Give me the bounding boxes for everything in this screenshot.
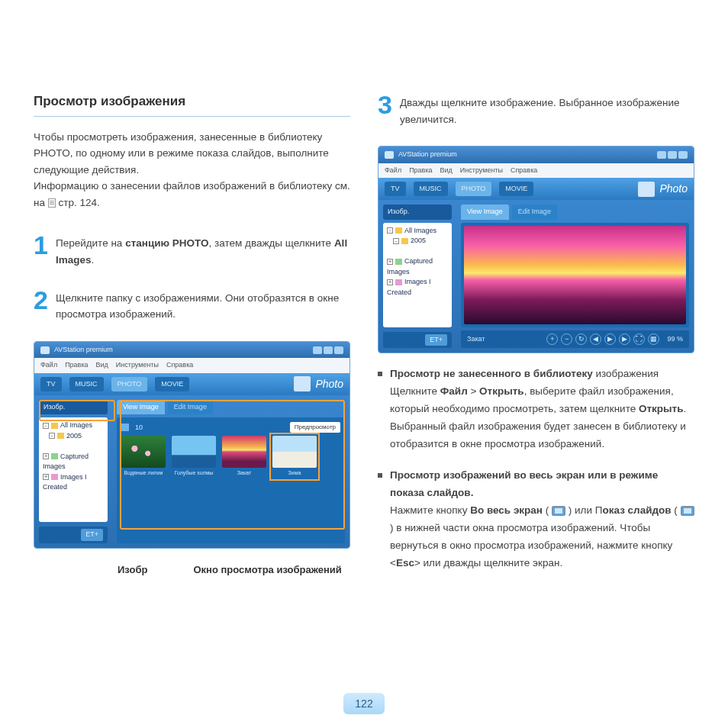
thumb-winter[interactable]: Зима <box>272 436 317 478</box>
preview-button[interactable]: Предпросмотр <box>290 422 340 433</box>
tab-music[interactable]: MUSIC <box>414 182 448 197</box>
tree-year[interactable]: -2005 <box>387 236 448 246</box>
sidebar: Изобр. -All Images -2005 +Captured Image… <box>34 395 112 548</box>
brand-label: Photo <box>638 181 688 197</box>
zoom-out-icon[interactable]: − <box>561 333 572 345</box>
viewer-pane: 10 Предпросмотр Водяные лилии Голубые хо… <box>117 417 345 543</box>
tree-item[interactable] <box>387 246 448 257</box>
photo-icon <box>294 376 311 391</box>
thumb-lily[interactable]: Водяные лилии <box>121 436 166 478</box>
sidebar-header: Изобр. <box>39 400 108 415</box>
page-ref-icon <box>48 198 56 208</box>
tab-bar: TV MUSIC PHOTO MOVIE Photo <box>34 373 350 395</box>
tab-tv[interactable]: TV <box>40 377 62 392</box>
photo-icon <box>638 182 655 197</box>
sidebar: Изобр. -All Images -2005 +Captured Image… <box>378 200 456 353</box>
tab-movie[interactable]: MOVIE <box>155 377 189 392</box>
menu-view[interactable]: Вид <box>440 166 453 176</box>
thumb-sunset[interactable]: Закат <box>222 436 266 478</box>
next-icon[interactable]: ▶ <box>619 333 630 345</box>
page-number: 122 <box>343 693 385 714</box>
section-heading: Просмотр изображения <box>34 92 350 117</box>
menu-file[interactable]: Файл <box>40 360 57 371</box>
intro-p1: Чтобы просмотреть изображения, занесенны… <box>34 129 350 179</box>
tab-photo[interactable]: PHOTO <box>111 377 148 392</box>
sidebar-footer: ET+ <box>39 527 108 543</box>
intro-p2: Информацию о занесении файлов изображени… <box>34 178 350 211</box>
callout-viewer: Окно просмотра изображений <box>193 562 341 578</box>
window-buttons[interactable] <box>313 346 343 354</box>
control-bar: Закат + − ↻ ◀ ▶ ▶ ⛶ ▦ 99 % <box>461 330 689 348</box>
ctab-edit[interactable]: Edit Image <box>168 400 213 415</box>
content-tabs: View Image Edit Image <box>461 205 689 220</box>
full-image[interactable] <box>464 226 686 325</box>
menu-edit[interactable]: Правка <box>65 360 88 371</box>
step-text: Перейдите на станцию PHOTO, затем дважды… <box>56 232 350 268</box>
add-button[interactable]: ET+ <box>81 529 103 541</box>
slideshow-inline-icon <box>681 506 694 516</box>
play-icon[interactable]: ▶ <box>604 333 616 345</box>
add-button[interactable]: ET+ <box>425 334 447 346</box>
menu-help[interactable]: Справка <box>511 166 537 176</box>
viewer-header: 10 Предпросмотр <box>121 422 340 433</box>
menu-view[interactable]: Вид <box>96 360 108 371</box>
tree-all-images[interactable]: -All Images <box>387 226 448 237</box>
step-2: 2 Щелкните папку с изображениями. Они от… <box>34 287 350 323</box>
ctab-view[interactable]: View Image <box>461 205 509 220</box>
tree-item[interactable] <box>43 441 104 452</box>
ctab-edit[interactable]: Edit Image <box>512 205 557 220</box>
callout-sidebar: Изобр <box>118 562 147 578</box>
fullscreen-inline-icon <box>552 506 565 516</box>
folder-tree[interactable]: -All Images -2005 +Captured Images +Imag… <box>383 223 452 327</box>
app-screenshot-thumbnails: AVStation premium Файл Правка Вид Инстру… <box>34 341 350 549</box>
item-count: 10 <box>135 423 143 433</box>
step-1: 1 Перейдите на станцию PHOTO, затем дваж… <box>34 232 350 268</box>
sidebar-header: Изобр. <box>383 205 452 220</box>
tab-movie[interactable]: MOVIE <box>499 182 533 197</box>
folder-tree[interactable]: -All Images -2005 +Captured Images +Imag… <box>39 417 108 522</box>
titlebar: AVStation premium <box>378 147 694 163</box>
fullscreen-icon[interactable]: ⛶ <box>633 333 645 345</box>
tree-created[interactable]: +Images I Created <box>387 277 448 298</box>
rotate-icon[interactable]: ↻ <box>575 333 587 345</box>
menu-edit[interactable]: Правка <box>409 166 432 176</box>
app-icon <box>40 346 50 354</box>
menu-file[interactable]: Файл <box>385 166 401 176</box>
titlebar: AVStation premium <box>34 342 350 359</box>
menu-tools[interactable]: Инструменты <box>116 360 159 371</box>
app-icon <box>385 151 394 159</box>
app-screenshot-fullimage: AVStation premium Файл Правка Вид Инстру… <box>378 146 694 353</box>
tree-year[interactable]: -2005 <box>43 431 104 442</box>
thumbnail-grid: Водяные лилии Голубые холмы Закат Зима <box>121 436 340 478</box>
tree-all-images[interactable]: -All Images <box>43 420 104 431</box>
zoom-in-icon[interactable]: + <box>546 333 558 345</box>
content-pane: View Image Edit Image 10 Предпросмотр Во… <box>112 395 350 548</box>
step-text: Щелкните папку с изображениями. Они отоб… <box>56 287 350 323</box>
ctab-view[interactable]: View Image <box>117 400 165 415</box>
menubar[interactable]: Файл Правка Вид Инструменты Справка <box>378 163 694 179</box>
step-number: 2 <box>34 287 48 323</box>
content-pane: View Image Edit Image Закат + − ↻ ◀ ▶ ▶ <box>456 200 694 353</box>
thumb-icon <box>121 424 129 431</box>
app-title: AVStation premium <box>398 150 457 160</box>
menu-help[interactable]: Справка <box>166 360 193 371</box>
tree-created[interactable]: +Images I Created <box>43 472 104 493</box>
intro-text: Чтобы просмотреть изображения, занесенны… <box>34 129 350 211</box>
tab-music[interactable]: MUSIC <box>69 377 104 392</box>
tree-captured[interactable]: +Captured Images <box>387 256 448 277</box>
menubar[interactable]: Файл Правка Вид Инструменты Справка <box>34 358 350 373</box>
viewer-pane <box>461 223 689 328</box>
menu-tools[interactable]: Инструменты <box>460 166 503 176</box>
tree-captured[interactable]: +Captured Images <box>43 452 104 472</box>
window-buttons[interactable] <box>657 151 688 159</box>
step-text: Дважды щелкните изображение. Выбранное и… <box>400 92 694 127</box>
prev-icon[interactable]: ◀ <box>590 333 601 345</box>
brand-label: Photo <box>294 376 343 392</box>
step-3: 3 Дважды щелкните изображение. Выбранное… <box>378 92 694 127</box>
slideshow-icon[interactable]: ▦ <box>648 333 659 345</box>
app-title: AVStation premium <box>54 345 113 356</box>
thumb-hills[interactable]: Голубые холмы <box>172 436 216 478</box>
tab-tv[interactable]: TV <box>385 182 406 197</box>
tab-photo[interactable]: PHOTO <box>456 182 492 197</box>
sidebar-footer: ET+ <box>383 332 452 349</box>
